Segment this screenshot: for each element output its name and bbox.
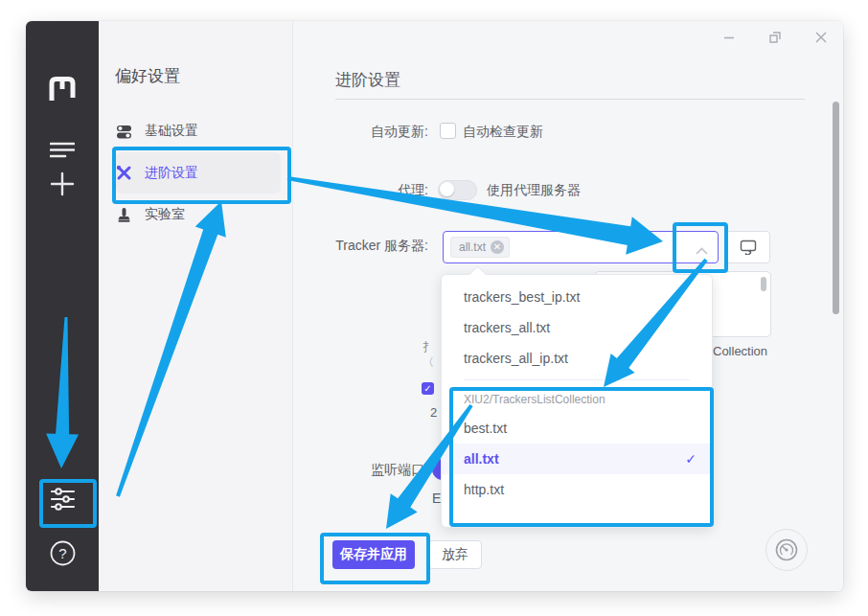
hint-fragment-collection: Collection bbox=[713, 344, 767, 358]
restore-button[interactable] bbox=[763, 27, 788, 48]
tracker-tag-label: all.txt bbox=[459, 240, 486, 254]
text-fragment: 2 bbox=[430, 405, 437, 420]
tracker-tag: all.txt ✕ bbox=[450, 237, 510, 258]
window-scrollbar[interactable] bbox=[833, 102, 839, 314]
add-task-icon[interactable] bbox=[26, 171, 99, 197]
nav-item-label: 实验室 bbox=[145, 206, 185, 223]
chevron-up-icon[interactable] bbox=[696, 241, 708, 259]
dropdown-divider bbox=[464, 379, 690, 380]
auto-update-label: 自动更新: bbox=[304, 124, 428, 141]
dropdown-option[interactable]: trackers_all.txt bbox=[442, 312, 712, 343]
app-sidebar: ? bbox=[26, 21, 99, 591]
sync-checkbox[interactable]: ✓ bbox=[422, 382, 434, 395]
title-divider bbox=[335, 99, 805, 100]
check-icon: ✓ bbox=[685, 444, 697, 474]
preferences-nav: 偏好设置 基础设置 进阶设置 bbox=[99, 21, 293, 591]
task-list-icon[interactable] bbox=[26, 142, 99, 158]
proxy-label: 代理: bbox=[304, 182, 428, 199]
dropdown-option-selected[interactable]: all.txt ✓ bbox=[442, 444, 712, 474]
listen-port-label: 监听端口: bbox=[304, 462, 428, 479]
tracker-select[interactable]: all.txt ✕ bbox=[443, 231, 719, 263]
dropdown-option[interactable]: http.txt bbox=[442, 474, 712, 505]
app-window: ? 偏好设置 基础设置 进 bbox=[26, 21, 843, 591]
tag-remove-icon[interactable]: ✕ bbox=[491, 240, 504, 254]
option-label: all.txt bbox=[464, 451, 499, 467]
textarea-scrollbar[interactable] bbox=[761, 277, 766, 291]
discard-button[interactable]: 放弃 bbox=[428, 540, 482, 569]
tools-icon bbox=[116, 165, 132, 181]
dropdown-option[interactable]: best.txt bbox=[442, 413, 712, 444]
tracker-label: Tracker 服务器: bbox=[304, 238, 428, 255]
nav-item-label: 基础设置 bbox=[145, 123, 198, 140]
save-and-apply-button[interactable]: 保存并应用 bbox=[332, 540, 415, 569]
tracker-dropdown: trackers_best_ip.txt trackers_all.txt tr… bbox=[441, 274, 713, 528]
nav-item-label: 进阶设置 bbox=[145, 165, 198, 182]
svg-text:?: ? bbox=[58, 545, 66, 561]
text-fragment: E bbox=[432, 491, 441, 506]
preferences-icon[interactable] bbox=[26, 488, 99, 511]
help-icon[interactable]: ? bbox=[26, 540, 99, 566]
close-button[interactable] bbox=[809, 27, 834, 48]
hint-fragment: 扌 bbox=[423, 339, 434, 355]
motrix-logo-icon bbox=[26, 75, 99, 102]
dropdown-option[interactable]: trackers_all_ip.txt bbox=[442, 343, 712, 374]
nav-item-advanced[interactable]: 进阶设置 bbox=[116, 152, 281, 194]
nav-title: 偏好设置 bbox=[115, 65, 180, 87]
dropdown-option[interactable]: trackers_best_ip.txt bbox=[442, 282, 712, 312]
proxy-toggle-label: 使用代理服务器 bbox=[487, 182, 581, 199]
proxy-toggle[interactable] bbox=[438, 180, 477, 200]
auto-update-checkbox[interactable] bbox=[440, 123, 456, 139]
toggles-icon bbox=[116, 124, 132, 140]
sync-trackers-button[interactable] bbox=[725, 231, 770, 263]
page-title: 进阶设置 bbox=[335, 69, 400, 91]
lab-icon bbox=[116, 207, 132, 223]
auto-update-checkbox-label[interactable]: 自动检查更新 bbox=[463, 124, 543, 141]
dropdown-group-label: XIU2/TrackersListCollection bbox=[442, 386, 712, 413]
hint-fragment: 〈 bbox=[423, 354, 434, 371]
speed-limit-button[interactable] bbox=[765, 529, 808, 571]
nav-item-lab[interactable]: 实验室 bbox=[116, 198, 281, 231]
nav-item-basic[interactable]: 基础设置 bbox=[116, 115, 281, 148]
minimize-button[interactable] bbox=[717, 27, 742, 48]
